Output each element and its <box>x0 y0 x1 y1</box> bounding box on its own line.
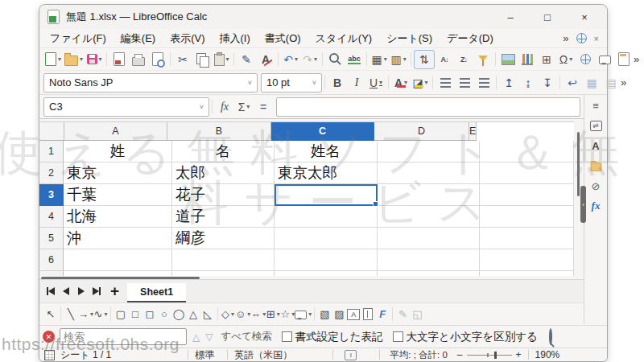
standard-toolbar-overflow[interactable]: » <box>634 53 642 65</box>
selection-mode-icon[interactable]: I <box>345 350 357 360</box>
cell[interactable] <box>275 249 378 271</box>
find-replace-dialog-button[interactable] <box>549 330 555 344</box>
row-header[interactable]: 7 <box>39 271 64 276</box>
cell[interactable] <box>378 162 480 184</box>
row-header[interactable]: 2 <box>39 162 64 184</box>
search-input[interactable] <box>60 328 187 345</box>
stars-tool[interactable]: ☆ <box>280 306 295 323</box>
split-window-button[interactable]: ⊞ <box>537 51 556 68</box>
square-tool[interactable]: ◻ <box>142 306 157 323</box>
cell[interactable]: 沖 <box>64 228 172 249</box>
chevron-down-icon[interactable]: ˅ <box>248 79 252 87</box>
insert-comment-button[interactable] <box>595 51 614 68</box>
font-size-combo[interactable]: 10 pt ˅ <box>261 73 322 93</box>
export-pdf-button[interactable] <box>109 51 129 68</box>
cell[interactable] <box>378 271 480 276</box>
minimize-button[interactable]: – <box>504 11 517 23</box>
hyperlink-button[interactable] <box>576 51 595 68</box>
cell[interactable]: 千葉 <box>64 184 172 206</box>
spelling-button[interactable]: abc <box>345 51 364 68</box>
sheet-tab[interactable]: Sheet1 <box>127 283 186 302</box>
cell[interactable] <box>378 206 480 228</box>
formatting-toolbar-overflow[interactable]: » <box>621 76 630 88</box>
basic-shapes-tool[interactable]: ◇ <box>221 306 235 323</box>
navigator-icon[interactable]: ⊘ <box>592 179 601 192</box>
previous-sheet-button[interactable] <box>58 280 73 302</box>
align-top-button[interactable]: ↥ <box>499 74 518 92</box>
triangle-tool[interactable]: △ <box>186 306 200 323</box>
block-arrows-tool[interactable]: ⇔ <box>250 306 266 323</box>
add-sheet-button[interactable]: + <box>110 282 119 300</box>
cell[interactable] <box>480 184 574 206</box>
properties-icon[interactable]: ⇌ <box>590 119 602 132</box>
callouts-tool[interactable] <box>295 306 312 323</box>
undo-button[interactable]: ↶ <box>281 51 300 68</box>
spreadsheet-area[interactable]: ABCDE 1 姓 名 姓名 2 東京 太郎 東京太郎 <box>39 121 574 276</box>
sidebar-settings-icon[interactable]: ≡ <box>592 99 599 112</box>
close-button[interactable]: × <box>578 11 591 23</box>
close-document-button[interactable]: × <box>594 34 599 43</box>
text-box-tool[interactable]: A <box>346 306 361 323</box>
functions-icon[interactable]: fx <box>592 200 601 212</box>
match-case-checkbox[interactable] <box>393 331 403 342</box>
wrap-text-button[interactable]: ↩ <box>563 74 582 92</box>
selected-cell-outline[interactable] <box>275 184 378 206</box>
title-bar[interactable]: 無題 1.xlsx — LibreOffice Calc – □ × <box>39 5 607 29</box>
cell[interactable] <box>378 228 480 249</box>
cell[interactable]: 花子 <box>172 184 275 206</box>
print-preview-button[interactable] <box>148 51 167 68</box>
insert-arrow-tool[interactable]: → <box>78 306 93 323</box>
language-status[interactable]: 英語（米国） <box>234 348 292 362</box>
align-right-button[interactable] <box>474 74 493 92</box>
curve-tool[interactable]: ∿ <box>93 306 108 323</box>
cell[interactable] <box>480 228 574 249</box>
row-header[interactable]: 5 <box>39 228 64 249</box>
extrusion-button[interactable]: ◱ <box>410 306 424 323</box>
save-button[interactable] <box>85 51 104 68</box>
edit-points-button[interactable]: ✎ <box>395 306 410 323</box>
menu-item[interactable]: 表示(V) <box>163 30 212 47</box>
copy-button[interactable] <box>192 51 212 68</box>
insert-line-tool[interactable]: ╲ <box>64 306 78 323</box>
column-header[interactable]: C <box>271 122 374 141</box>
cell[interactable] <box>275 228 378 249</box>
cell[interactable]: 姓名 <box>275 141 378 162</box>
insert-rows-button[interactable]: ▦ <box>369 51 389 68</box>
name-box[interactable]: C3 ˅ <box>43 97 209 117</box>
fontwork-tool[interactable]: F <box>375 306 390 323</box>
menu-item[interactable]: 挿入(I) <box>213 30 258 47</box>
cell[interactable] <box>378 184 480 206</box>
clear-formatting-button[interactable]: A <box>256 51 275 68</box>
function-wizard-button[interactable]: fx <box>215 98 234 116</box>
ellipse-tool[interactable]: ○ <box>157 306 171 323</box>
zoom-slider[interactable] <box>467 355 512 356</box>
bold-button[interactable]: B <box>328 74 347 92</box>
formula-input[interactable] <box>276 97 580 117</box>
menu-item[interactable]: ファイル(F) <box>43 30 114 47</box>
new-document-button[interactable] <box>43 51 63 68</box>
cell[interactable]: 綱彦 <box>172 228 275 249</box>
column-header[interactable]: E <box>469 122 477 141</box>
font-name-combo[interactable]: Noto Sans JP ˅ <box>43 73 258 93</box>
find-all-button[interactable]: すべて検索 <box>221 330 271 343</box>
cell[interactable]: 東京太郎 <box>275 162 378 184</box>
rectangle-tool[interactable]: □ <box>128 306 142 323</box>
cell[interactable]: 名 <box>172 141 275 162</box>
menu-item[interactable]: 書式(O) <box>258 30 308 47</box>
rounded-rectangle-tool[interactable]: ▢ <box>114 306 128 323</box>
cell[interactable] <box>480 162 574 184</box>
cell[interactable] <box>378 249 480 271</box>
column-header[interactable]: A <box>64 122 167 141</box>
cell[interactable] <box>378 141 480 162</box>
highlight-color-button[interactable]: ◪ <box>411 74 430 92</box>
print-button[interactable] <box>129 51 148 68</box>
close-find-bar-button[interactable]: ✕ <box>43 331 55 343</box>
menubar-overflow-button[interactable]: » <box>563 32 568 44</box>
match-format-checkbox[interactable] <box>282 331 292 342</box>
menu-item[interactable]: 編集(E) <box>114 30 163 47</box>
update-check-icon[interactable] <box>576 33 587 43</box>
menu-item[interactable]: シート(S) <box>379 30 440 47</box>
find-previous-button[interactable]: △ <box>192 331 200 343</box>
find-next-button[interactable]: ▽ <box>205 331 213 343</box>
cell[interactable]: 道子 <box>172 206 275 228</box>
